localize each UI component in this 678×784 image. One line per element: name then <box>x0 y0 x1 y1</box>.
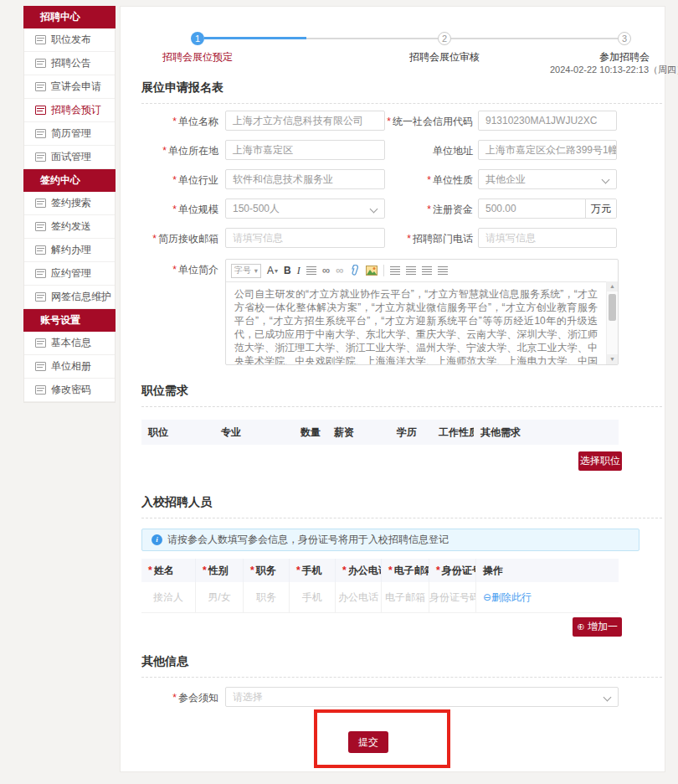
capital-unit: 万元 <box>585 199 616 218</box>
step-2-circle: 2 <box>438 32 451 45</box>
align-center-icon[interactable] <box>406 266 416 275</box>
info-icon: i <box>152 534 162 545</box>
sidebar-item-sign-send[interactable]: 签约发送 <box>24 215 115 239</box>
align-right-icon[interactable] <box>422 266 432 275</box>
staff-table-row: 接洽人 男/女 职务 手机 办公电话 电子邮箱 身份证号码 ⊖删除此行 <box>141 582 619 613</box>
doc-icon <box>35 245 46 255</box>
company-intro-text[interactable]: 公司自主研发的“才立方就业协作云平台”，“才立方智慧就业信息服务系统”，“才立方… <box>226 281 606 364</box>
chevron-down-icon: ▾ <box>254 266 258 275</box>
sidebar: 招聘中心 职位发布 招聘公告 宣讲会申请 招聘会预订 简历管理 面试管理 签约中… <box>23 6 116 403</box>
toolbar-separator <box>383 265 384 276</box>
doc-icon <box>35 292 46 302</box>
address-input[interactable]: 上海市嘉定区众仁路399号1幢12层B区J246... <box>478 140 617 160</box>
sidebar-item-netsign-info[interactable]: 网签信息维护 <box>24 286 115 309</box>
step-1-circle: 1 <box>191 32 204 45</box>
step-1-label: 招聘会展位预定 <box>131 50 265 64</box>
editor-scrollbar[interactable]: ▲ ▼ <box>606 281 618 364</box>
font-color-button[interactable]: A▾ <box>267 265 278 276</box>
doc-icon <box>35 269 46 278</box>
industry-input[interactable]: 软件和信息技术服务业 <box>225 169 385 189</box>
doc-icon <box>35 362 46 371</box>
label-address: 单位地址 <box>372 144 473 158</box>
scale-select[interactable]: 150-500人 <box>225 199 385 219</box>
sidebar-section-sign: 签约中心 <box>23 169 116 192</box>
staff-office-phone-input[interactable]: 办公电话 <box>336 582 382 612</box>
bold-button[interactable]: B <box>284 265 291 276</box>
sidebar-item-sign-cancel[interactable]: 解约办理 <box>24 239 115 262</box>
scroll-up-icon[interactable]: ▲ <box>607 281 618 291</box>
staff-name-input[interactable]: 接洽人 <box>141 582 196 612</box>
sidebar-item-jobfair-booking[interactable]: 招聘会预订 <box>24 99 115 122</box>
staff-notice-text: 请按参会人数填写参会信息，身份证号将用于入校招聘信息登记 <box>167 533 449 547</box>
section-title-other: 其他信息 <box>141 654 662 678</box>
label-nature: *单位性质 <box>372 173 473 188</box>
doc-icon <box>35 199 46 208</box>
delete-row-link[interactable]: ⊖删除此行 <box>483 591 532 603</box>
resume-email-input[interactable]: 请填写信息 <box>225 228 385 248</box>
select-position-button[interactable]: 选择职位 <box>578 451 622 471</box>
label-resume-email: *简历接收邮箱 <box>121 232 218 246</box>
staff-mobile-input[interactable]: 手机 <box>290 582 336 612</box>
align-left-icon[interactable] <box>390 266 400 275</box>
sidebar-item-company-album[interactable]: 单位相册 <box>24 355 115 379</box>
sidebar-item-sign-search[interactable]: 签约搜索 <box>24 192 115 215</box>
sidebar-item-basic-info[interactable]: 基本信息 <box>24 332 115 355</box>
editor-toolbar: 字号▾ A▾ B I ∞ ∞ <box>226 260 618 282</box>
step-progress-line <box>204 37 306 39</box>
chevron-down-icon <box>604 694 612 702</box>
font-size-select[interactable]: 字号▾ <box>231 264 261 278</box>
attachment-icon[interactable] <box>349 265 360 276</box>
sidebar-item-recruit-notice[interactable]: 招聘公告 <box>24 52 115 75</box>
list-icon[interactable] <box>306 266 316 275</box>
doc-icon <box>35 222 46 231</box>
nature-select[interactable]: 其他企业 <box>478 169 617 189</box>
label-capital: *注册资金 <box>372 203 473 217</box>
section-title-staff: 入校招聘人员 <box>141 495 662 518</box>
credit-code-input[interactable]: 91310230MA1JWJU2XC <box>478 111 617 131</box>
positions-table-header: 职位 专业 数量 薪资 学历 工作性质 其他需求 <box>141 420 619 445</box>
company-name-input[interactable]: 上海才立方信息科技有限公司 <box>225 111 385 131</box>
staff-title-input[interactable]: 职务 <box>244 582 290 612</box>
unlink-icon[interactable]: ∞ <box>336 266 343 275</box>
label-company-name: *单位名称 <box>121 115 218 129</box>
italic-button[interactable]: I <box>297 265 300 277</box>
scrollbar-thumb[interactable] <box>609 294 616 321</box>
label-company-intro: *单位简介 <box>121 263 218 277</box>
scroll-down-icon[interactable]: ▼ <box>607 354 618 364</box>
section-title-positions: 职位需求 <box>141 384 662 407</box>
link-icon[interactable]: ∞ <box>322 266 330 275</box>
sidebar-item-lecture-apply[interactable]: 宣讲会申请 <box>24 75 115 99</box>
company-intro-editor: 字号▾ A▾ B I ∞ ∞ 公司自主研发的“才立方就业协作云平台”，“才立方智… <box>225 259 619 365</box>
step-3-datetime: 2024-02-22 10:13-22:13（周四） <box>517 64 678 76</box>
doc-icon <box>35 385 46 395</box>
sidebar-item-job-publish[interactable]: 职位发布 <box>24 28 115 52</box>
staff-email-input[interactable]: 电子邮箱 <box>382 582 429 612</box>
sidebar-item-resume-manage[interactable]: 简历管理 <box>24 122 115 146</box>
main-panel: 1 2 3 招聘会展位预定 招聘会展位审核 参加招聘会 2024-02-22 1… <box>120 6 665 772</box>
doc-icon <box>35 338 46 348</box>
align-justify-icon[interactable] <box>438 266 448 275</box>
submit-button[interactable]: 提交 <box>348 731 388 753</box>
step-3-circle: 3 <box>618 32 631 45</box>
staff-idcard-input[interactable]: 身份证号码 <box>429 582 476 612</box>
label-industry: *单位行业 <box>121 173 218 188</box>
doc-icon <box>35 152 46 162</box>
sidebar-item-sign-reply[interactable]: 应约管理 <box>24 262 115 286</box>
sidebar-item-interview-manage[interactable]: 面试管理 <box>24 146 115 169</box>
sidebar-item-change-password[interactable]: 修改密码 <box>24 379 115 402</box>
location-input[interactable]: 上海市嘉定区 <box>225 140 385 160</box>
label-meeting-notice: *参会须知 <box>121 691 218 705</box>
label-location: *单位所在地 <box>121 144 218 158</box>
step-2-label: 招聘会展位审核 <box>378 50 511 64</box>
doc-icon <box>35 129 46 138</box>
meeting-notice-select[interactable]: 请选择 <box>225 687 619 707</box>
staff-gender-input[interactable]: 男/女 <box>196 582 244 612</box>
capital-input[interactable]: 500.00万元 <box>478 199 617 219</box>
doc-icon <box>35 106 46 115</box>
dept-phone-input[interactable]: 请填写信息 <box>478 228 617 248</box>
staff-table-header: *姓名 *性别 *职务 *手机 *办公电话 *电子邮箱 *身份证号码 操作 <box>141 559 619 582</box>
label-scale: *单位规模 <box>121 203 218 217</box>
add-row-button[interactable]: ⊕ 增加一行 <box>573 617 622 637</box>
image-icon[interactable] <box>366 266 378 276</box>
doc-icon <box>35 59 46 68</box>
